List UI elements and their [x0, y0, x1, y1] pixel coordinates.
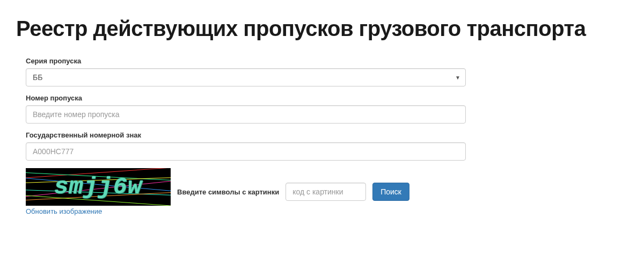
number-label: Номер пропуска	[26, 94, 628, 102]
plate-input[interactable]	[26, 142, 466, 161]
series-label: Серия пропуска	[26, 57, 628, 65]
captcha-input-label: Введите символы с картинки	[177, 188, 279, 196]
captcha-image: smjj6w	[26, 168, 171, 206]
search-form: Серия пропуска ББ ▼ Номер пропуска Госуд…	[16, 57, 628, 215]
captcha-text: smjj6w	[54, 173, 142, 200]
number-input[interactable]	[26, 105, 466, 124]
search-button[interactable]: Поиск	[372, 183, 409, 201]
plate-label: Государственный номерной знак	[26, 131, 628, 139]
page-title: Реестр действующих пропусков грузового т…	[16, 16, 628, 41]
captcha-input[interactable]	[286, 183, 366, 201]
refresh-captcha-link[interactable]: Обновить изображение	[26, 207, 171, 215]
series-select[interactable]: ББ	[26, 68, 466, 86]
